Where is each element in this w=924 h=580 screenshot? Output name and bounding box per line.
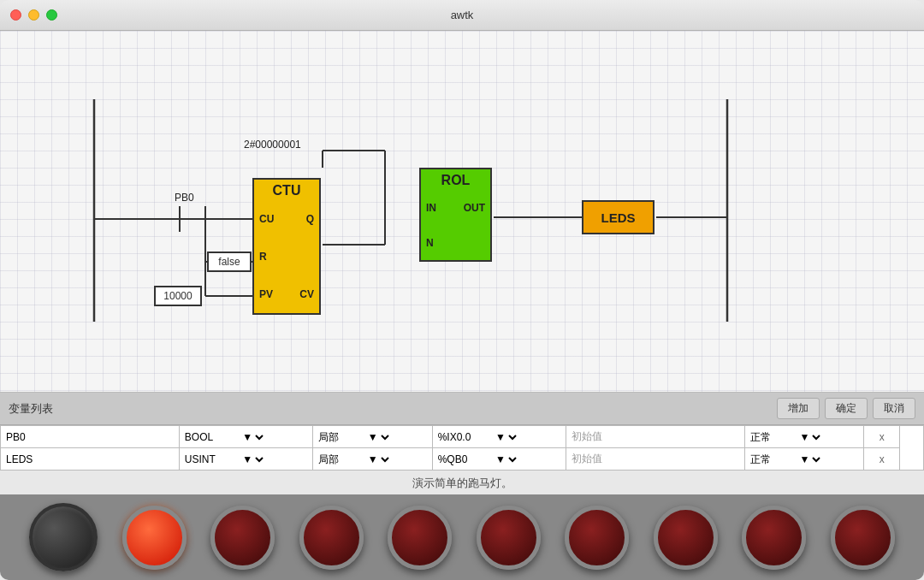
variable-table: ▼ ▼ ▼ 初始值 ▼ x: [0, 425, 924, 471]
var-scope-input-1[interactable]: [318, 453, 361, 465]
rol-title: ROL: [441, 169, 471, 190]
ctu-row-r: R: [254, 251, 319, 263]
var-delete-cell-1[interactable]: x: [864, 448, 900, 471]
ctu-row-pv-cv: PV CV: [254, 288, 319, 300]
table-row: ▼ ▼ ▼ 初始值 ▼ x: [1, 448, 924, 471]
cancel-button[interactable]: 取消: [873, 398, 915, 419]
var-name-cell-1: [1, 448, 180, 471]
var-init-cell-1: 初始值: [566, 448, 745, 471]
scrollbar[interactable]: [900, 426, 924, 471]
ctu-r-label: R: [259, 251, 267, 263]
var-type-select-0[interactable]: ▼: [239, 430, 266, 444]
var-address-cell-1: ▼: [432, 448, 566, 471]
var-init-cell-0: 初始值: [566, 426, 745, 448]
joystick[interactable]: [29, 503, 98, 571]
var-address-select-0[interactable]: ▼: [492, 430, 519, 444]
rol-in-label: IN: [426, 202, 436, 214]
ladder-wires: [0, 31, 821, 339]
var-delete-cell-0[interactable]: x: [864, 426, 900, 448]
rol-ports: IN OUT N: [421, 190, 490, 260]
button-dark-1[interactable]: [210, 506, 275, 570]
ctu-cu-label: CU: [259, 213, 274, 225]
value-2hash-label: 2#00000001: [244, 139, 301, 151]
var-address-cell-0: ▼: [432, 426, 566, 448]
rol-block: ROL IN OUT N: [419, 168, 492, 262]
var-scope-select-0[interactable]: ▼: [364, 430, 392, 444]
var-address-input-0[interactable]: [438, 431, 489, 443]
var-scope-input-0[interactable]: [318, 431, 361, 443]
var-scope-cell-0: ▼: [313, 426, 432, 448]
leds-block: LEDS: [582, 200, 654, 234]
var-scope-select-1[interactable]: ▼: [364, 453, 392, 466]
diagram-area: PB0 2#00000001 false 10000 CTU CU Q R: [0, 31, 924, 392]
ctu-cv-label: CV: [299, 288, 314, 300]
ctu-block: CTU CU Q R PV CV: [252, 178, 321, 315]
var-address-select-1[interactable]: ▼: [492, 453, 519, 466]
pb0-label: PB0: [175, 192, 194, 204]
var-type-cell-0: ▼: [179, 426, 313, 448]
table-row: ▼ ▼ ▼ 初始值 ▼ x: [1, 426, 924, 448]
button-red-lit[interactable]: [122, 506, 187, 570]
variable-table-title: 变量列表: [9, 401, 53, 417]
var-status-select-1[interactable]: ▼: [796, 453, 823, 466]
var-name-input-1[interactable]: [6, 453, 174, 465]
var-name-cell-0: [1, 426, 180, 448]
add-variable-button[interactable]: 增加: [777, 398, 820, 419]
var-status-cell-1: ▼: [745, 448, 864, 471]
titlebar: awtk: [0, 0, 924, 31]
ctu-pv-label: PV: [259, 288, 273, 300]
var-name-input-0[interactable]: [6, 431, 174, 443]
button-dark-7[interactable]: [742, 506, 806, 570]
variable-table-header: 变量列表 增加 确定 取消: [0, 393, 924, 425]
var-type-cell-1: ▼: [179, 448, 313, 471]
close-button[interactable]: [10, 9, 21, 21]
button-dark-4[interactable]: [477, 506, 541, 570]
window-title: awtk: [451, 9, 474, 21]
button-dark-5[interactable]: [565, 506, 629, 570]
var-status-select-0[interactable]: ▼: [796, 430, 823, 444]
ctu-title: CTU: [273, 180, 301, 200]
ctu-q-label: Q: [306, 213, 314, 225]
var-scope-cell-1: ▼: [313, 448, 432, 471]
maximize-button[interactable]: [46, 9, 57, 21]
rol-out-label: OUT: [464, 202, 485, 214]
main-area: PB0 2#00000001 false 10000 CTU CU Q R: [0, 31, 924, 580]
false-label: false: [218, 256, 240, 268]
confirm-button[interactable]: 确定: [825, 398, 868, 419]
var-status-cell-0: ▼: [745, 426, 864, 448]
leds-label: LEDS: [601, 210, 635, 225]
var-type-select-1[interactable]: ▼: [239, 453, 266, 466]
rol-n-label: N: [426, 237, 434, 249]
variable-table-container: 变量列表 增加 确定 取消 ▼ ▼: [0, 392, 924, 471]
var-init-label-0: 初始值: [572, 430, 602, 442]
var-init-label-1: 初始值: [572, 453, 602, 465]
var-status-input-0[interactable]: [750, 431, 793, 443]
button-dark-8[interactable]: [831, 506, 895, 570]
description-text: 演示简单的跑马灯。: [0, 471, 924, 494]
minimize-button[interactable]: [28, 9, 39, 21]
value-10000-label: 10000: [163, 290, 192, 302]
rol-row-n: N: [421, 237, 490, 249]
false-contact: false: [207, 252, 252, 272]
var-address-input-1[interactable]: [438, 453, 489, 465]
variable-table-actions: 增加 确定 取消: [777, 398, 915, 419]
var-type-input-0[interactable]: [185, 431, 236, 443]
value-10000-contact: 10000: [154, 286, 202, 306]
traffic-lights: [10, 9, 57, 21]
var-status-input-1[interactable]: [750, 453, 793, 465]
rol-row-in-out: IN OUT: [421, 202, 490, 214]
button-dark-3[interactable]: [388, 506, 452, 570]
ctu-ports: CU Q R PV CV: [254, 200, 319, 313]
bottom-controls-area: [0, 494, 924, 580]
var-type-input-1[interactable]: [185, 453, 236, 465]
ctu-row-cu-q: CU Q: [254, 213, 319, 225]
button-dark-6[interactable]: [654, 506, 718, 570]
button-dark-2[interactable]: [299, 506, 364, 570]
